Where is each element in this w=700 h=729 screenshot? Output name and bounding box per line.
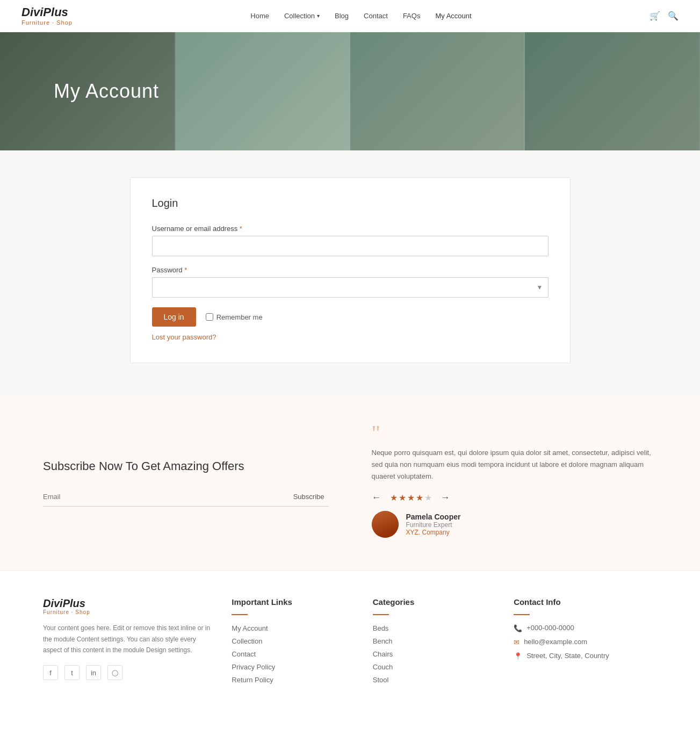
- testimonial-nav: ← ★ ★ ★ ★ ★ →: [372, 492, 658, 503]
- chevron-down-icon: ▾: [317, 13, 320, 19]
- search-icon[interactable]: 🔍: [668, 11, 679, 21]
- footer-divider-contact: [514, 614, 530, 615]
- footer-cat-stool[interactable]: Stool: [373, 676, 389, 684]
- footer-cat-beds[interactable]: Beds: [373, 624, 389, 632]
- footer-cat-chairs[interactable]: Chairs: [373, 650, 393, 658]
- footer-link-privacy[interactable]: Privacy Policy: [232, 663, 275, 671]
- site-footer: DiviPlus Furniture · Shop Your content g…: [0, 570, 700, 710]
- main-nav: Home Collection ▾ Blog Contact FAQs My A…: [250, 12, 471, 20]
- author-avatar: [372, 511, 399, 538]
- star-2: ★: [399, 493, 406, 503]
- footer-cat-bench[interactable]: Bench: [373, 637, 393, 645]
- subscribe-column: Subscribe Now To Get Amazing Offers Subs…: [43, 428, 329, 538]
- footer-link-my-account[interactable]: My Account: [232, 624, 268, 632]
- footer-link-collection[interactable]: Collection: [232, 637, 262, 645]
- star-3: ★: [407, 493, 415, 503]
- list-item: Collection: [232, 637, 351, 645]
- footer-contact-title: Contact Info: [514, 597, 657, 607]
- password-group: Password * ▼: [152, 266, 549, 298]
- location-icon: 📍: [514, 652, 522, 660]
- footer-col-categories: Categories Beds Bench Chairs Couch Stool: [373, 597, 492, 688]
- footer-link-return[interactable]: Return Policy: [232, 676, 273, 684]
- footer-links-title: Important Links: [232, 597, 351, 607]
- login-card: Login Username or email address * Passwo…: [130, 177, 571, 363]
- page-title: My Account: [0, 80, 159, 103]
- testimonial-next-button[interactable]: →: [441, 492, 450, 503]
- username-group: Username or email address *: [152, 225, 549, 256]
- main-content: Login Username or email address * Passwo…: [0, 150, 700, 395]
- nav-home[interactable]: Home: [250, 12, 269, 20]
- logo[interactable]: DiviPlus Furniture · Shop: [21, 6, 73, 25]
- footer-col-links: Important Links My Account Collection Co…: [232, 597, 351, 688]
- author-company: XYZ. Company: [406, 529, 461, 536]
- nav-faqs[interactable]: FAQs: [403, 12, 421, 20]
- phone-icon: 📞: [514, 624, 522, 632]
- footer-divider-links: [232, 614, 248, 615]
- subscribe-form: Subscribe: [43, 490, 329, 507]
- testimonial-text: Neque porro quisquam est, qui dolore ips…: [372, 447, 658, 482]
- cart-icon[interactable]: 🛒: [650, 11, 660, 21]
- footer-col-brand: DiviPlus Furniture · Shop Your content g…: [43, 597, 210, 688]
- star-rating: ★ ★ ★ ★ ★: [390, 493, 432, 503]
- login-title: Login: [152, 197, 549, 210]
- testimonial-author: Pamela Cooper Furniture Expert XYZ. Comp…: [372, 511, 658, 538]
- email-icon: ✉: [514, 638, 519, 646]
- list-item: Couch: [373, 662, 492, 671]
- list-item: Return Policy: [232, 675, 351, 684]
- remember-me-label[interactable]: Remember me: [206, 313, 263, 321]
- nav-blog[interactable]: Blog: [335, 12, 349, 20]
- username-label: Username or email address *: [152, 225, 549, 233]
- login-button[interactable]: Log in: [152, 307, 196, 327]
- nav-contact[interactable]: Contact: [364, 12, 388, 20]
- hero-panel-4: [525, 32, 700, 150]
- username-input[interactable]: [152, 236, 549, 256]
- logo-text: DiviPlus: [21, 6, 73, 19]
- avatar-image: [372, 511, 399, 538]
- footer-socials: f t in ◯: [43, 665, 210, 680]
- subscribe-email-input[interactable]: [43, 490, 289, 503]
- subscribe-button[interactable]: Subscribe: [289, 490, 329, 503]
- password-toggle-button[interactable]: ▼: [537, 284, 543, 291]
- quote-icon: ": [372, 428, 658, 438]
- list-item: Contact: [232, 649, 351, 658]
- password-input[interactable]: [152, 277, 549, 298]
- testimonial-prev-button[interactable]: ←: [372, 492, 381, 503]
- subscribe-title: Subscribe Now To Get Amazing Offers: [43, 459, 329, 474]
- form-actions: Log in Remember me: [152, 307, 549, 327]
- header-icons: 🛒 🔍: [650, 11, 679, 21]
- site-header: DiviPlus Furniture · Shop Home Collectio…: [0, 0, 700, 32]
- footer-categories-list: Beds Bench Chairs Couch Stool: [373, 624, 492, 684]
- footer-col-contact: Contact Info 📞 +000-000-0000 ✉ hello@exa…: [514, 597, 657, 688]
- lost-password-link[interactable]: Lost your password?: [152, 333, 549, 341]
- password-label: Password *: [152, 266, 549, 274]
- hero-panel-2: [175, 32, 350, 150]
- contact-address: 📍 Street, City, State, Country: [514, 652, 657, 660]
- author-role: Furniture Expert: [406, 521, 461, 529]
- footer-cat-couch[interactable]: Couch: [373, 663, 393, 671]
- list-item: My Account: [232, 624, 351, 632]
- social-linkedin[interactable]: in: [86, 665, 101, 680]
- footer-categories-title: Categories: [373, 597, 492, 607]
- social-twitter[interactable]: t: [64, 665, 80, 680]
- password-wrapper: ▼: [152, 277, 549, 298]
- footer-grid: DiviPlus Furniture · Shop Your content g…: [43, 597, 657, 688]
- nav-my-account[interactable]: My Account: [435, 12, 471, 20]
- footer-description: Your content goes here. Edit or remove t…: [43, 623, 210, 655]
- social-instagram[interactable]: ◯: [107, 665, 122, 680]
- logo-sub: Furniture · Shop: [21, 19, 73, 26]
- remember-me-checkbox[interactable]: [206, 313, 213, 321]
- nav-collection[interactable]: Collection ▾: [284, 12, 320, 20]
- star-5: ★: [424, 493, 432, 503]
- footer-logo-text: DiviPlus: [43, 597, 210, 609]
- star-1: ★: [390, 493, 398, 503]
- author-info: Pamela Cooper Furniture Expert XYZ. Comp…: [406, 513, 461, 536]
- social-facebook[interactable]: f: [43, 665, 58, 680]
- contact-email: ✉ hello@example.com: [514, 638, 657, 646]
- hero-section: My Account: [0, 32, 700, 150]
- footer-link-contact[interactable]: Contact: [232, 650, 256, 658]
- contact-phone: 📞 +000-000-0000: [514, 624, 657, 632]
- author-name: Pamela Cooper: [406, 513, 461, 521]
- username-required: *: [240, 225, 242, 233]
- hero-panel-3: [350, 32, 525, 150]
- footer-logo-sub: Furniture · Shop: [43, 609, 210, 615]
